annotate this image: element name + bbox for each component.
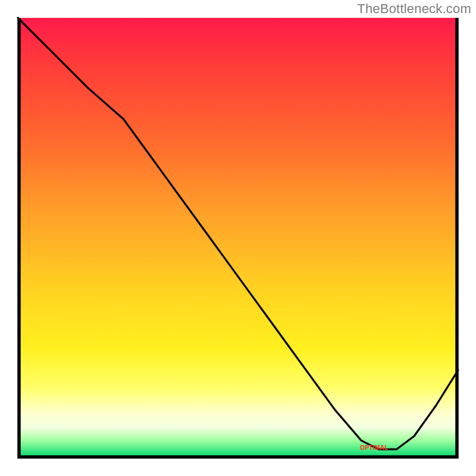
chart-root: TheBottleneck.com OPTIMAL xyxy=(0,0,476,476)
bottleneck-curve xyxy=(18,18,458,449)
annotation-label: OPTIMAL xyxy=(360,444,389,451)
plot-area: OPTIMAL xyxy=(18,18,458,458)
watermark-text: TheBottleneck.com xyxy=(357,1,471,17)
chart-svg xyxy=(18,18,458,458)
